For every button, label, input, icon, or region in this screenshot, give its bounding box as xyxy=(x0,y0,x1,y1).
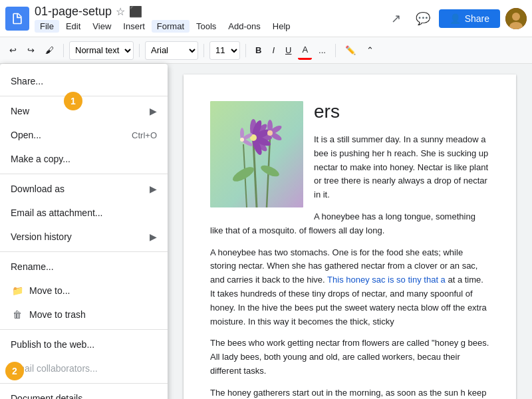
folder-move-icon: 📁 xyxy=(11,285,24,296)
menu-section-rename: Rename... 📁 Move to... 🗑 Move to trash xyxy=(0,252,168,330)
expand-button[interactable]: ⌃ xyxy=(362,41,378,60)
menu-addons[interactable]: Add-ons xyxy=(223,20,265,33)
menu-item-publish[interactable]: Publish to the web... xyxy=(0,332,168,356)
badge-2: 2 xyxy=(5,362,24,380)
file-dropdown-menu: Share... New ▶ Open... Ctrl+O Make a cop… xyxy=(0,64,168,399)
menu-section-new: New ▶ Open... Ctrl+O Make a copy... xyxy=(0,96,168,174)
doc-para-3: A honeybee has two stomachs. One is for … xyxy=(210,246,489,329)
menu-insert[interactable]: Insert xyxy=(118,20,150,33)
menu-item-rename[interactable]: Rename... xyxy=(0,255,168,279)
svg-point-25 xyxy=(240,138,244,142)
content-area: Share... New ▶ Open... Ctrl+O Make a cop… xyxy=(0,64,532,399)
menu-section-share: Share... xyxy=(0,66,168,96)
top-bar: 01-page-setup ☆ ⬛ File Edit View Insert … xyxy=(0,0,532,37)
docs-logo xyxy=(5,7,29,31)
size-select[interactable]: 11 xyxy=(209,41,240,60)
menu-item-open[interactable]: Open... Ctrl+O xyxy=(0,123,168,147)
share-icon: 👤 xyxy=(450,13,461,24)
paint-button[interactable]: 🖌 xyxy=(41,41,58,60)
italic-button[interactable]: I xyxy=(268,41,279,60)
badge-1: 1 xyxy=(64,92,82,110)
toolbar: ↩ ↪ 🖌 Normal text Arial 11 B I U A ... ✏… xyxy=(0,37,532,64)
underline-button[interactable]: U xyxy=(281,41,295,60)
avatar[interactable] xyxy=(505,8,527,29)
redo-button[interactable]: ↪ xyxy=(23,41,39,60)
bold-button[interactable]: B xyxy=(251,41,265,60)
arrow-icon-2: ▶ xyxy=(150,184,157,194)
divider-3 xyxy=(203,44,204,57)
menu-item-trash[interactable]: 🗑 Move to trash xyxy=(0,303,168,327)
menu-edit[interactable]: Edit xyxy=(61,20,86,33)
star-icon[interactable]: ☆ xyxy=(116,5,125,18)
style-select[interactable]: Normal text xyxy=(69,41,134,60)
chat-icon[interactable]: 💬 xyxy=(412,8,434,29)
divider-2 xyxy=(139,44,140,57)
doc-para-4: The bees who work getting nectar from fl… xyxy=(210,336,489,378)
menu-item-moveto[interactable]: 📁 Move to... xyxy=(0,279,168,303)
doc-para-2: A honeybee has a long tongue, something … xyxy=(210,210,489,238)
menu-item-email[interactable]: Email as attachment... xyxy=(0,201,168,225)
menu-item-version[interactable]: Version history ▶ xyxy=(0,225,168,249)
menu-tools[interactable]: Tools xyxy=(191,20,221,33)
folder-icon[interactable]: ⬛ xyxy=(129,5,142,18)
divider-4 xyxy=(245,44,246,57)
menu-section-download: Download as ▶ Email as attachment... Ver… xyxy=(0,174,168,252)
menu-bar: File Edit View Insert Format Tools Add-o… xyxy=(35,20,386,33)
svg-point-1 xyxy=(512,13,520,21)
menu-item-share[interactable]: Share... xyxy=(0,69,168,93)
menu-item-details[interactable]: Document details... xyxy=(0,386,168,399)
menu-item-download[interactable]: Download as ▶ xyxy=(0,177,168,201)
doc-title[interactable]: 01-page-setup xyxy=(35,5,112,19)
menu-view[interactable]: View xyxy=(87,20,116,33)
doc-page: ers It is a still summer day. In a sunny… xyxy=(184,74,516,399)
menu-item-email-collab: Email collaborators... xyxy=(0,356,168,380)
color-button[interactable]: A xyxy=(298,41,312,60)
menu-item-new[interactable]: New ▶ xyxy=(0,99,168,123)
analytics-icon[interactable]: ↗ xyxy=(386,8,407,29)
menu-file[interactable]: File xyxy=(35,20,59,33)
undo-button[interactable]: ↩ xyxy=(5,41,21,60)
divider-5 xyxy=(335,44,336,57)
top-right: ↗ 💬 👤 Share xyxy=(386,8,527,29)
menu-section-details: Document details... Language ▶ xyxy=(0,384,168,399)
flower-image xyxy=(210,101,303,207)
share-button[interactable]: 👤 Share xyxy=(439,9,500,28)
more-button[interactable]: ... xyxy=(315,41,330,60)
arrow-icon: ▶ xyxy=(150,106,157,116)
svg-point-21 xyxy=(267,130,273,136)
doc-para-5: The honey gatherers start out in the mor… xyxy=(210,386,489,399)
edit-mode-button[interactable]: ✏️ xyxy=(341,41,360,60)
menu-section-publish: Publish to the web... Email collaborator… xyxy=(0,330,168,384)
arrow-icon-3: ▶ xyxy=(150,231,157,242)
menu-item-copy[interactable]: Make a copy... xyxy=(0,147,168,171)
font-select[interactable]: Arial xyxy=(145,41,198,60)
menu-format[interactable]: Format xyxy=(152,20,190,33)
divider-1 xyxy=(63,44,64,57)
menu-help[interactable]: Help xyxy=(267,20,296,33)
title-area: 01-page-setup ☆ ⬛ File Edit View Insert … xyxy=(35,5,386,33)
trash-icon: 🗑 xyxy=(11,309,24,320)
